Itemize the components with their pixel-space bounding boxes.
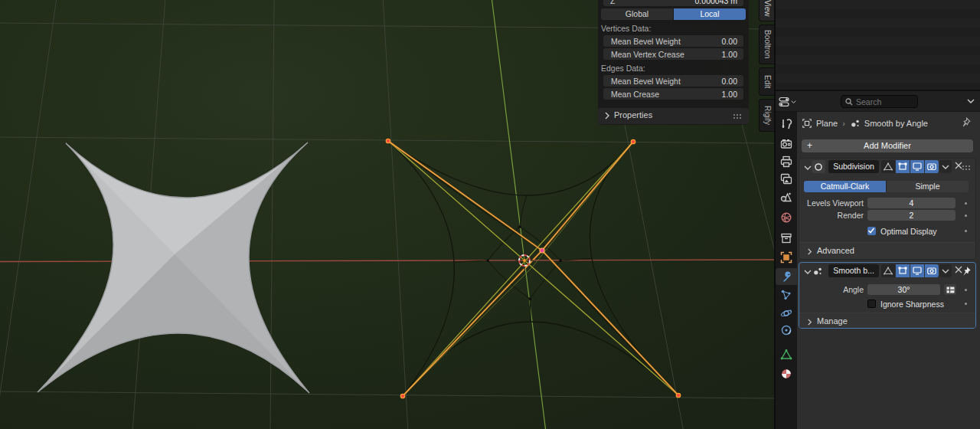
optimal-display-checkbox[interactable] xyxy=(867,227,876,235)
z-value: 0.000043 m xyxy=(695,0,737,5)
edge-mean-bevel-weight-field[interactable]: Mean Bevel Weight 0.00 xyxy=(603,75,743,87)
view-layer-icon[interactable] xyxy=(780,173,792,185)
subsurf-modifier-icon xyxy=(812,160,825,173)
outliner-editor[interactable] xyxy=(776,0,980,91)
edit-mode-icon xyxy=(898,162,907,171)
search-field[interactable] xyxy=(841,95,918,108)
z-location-field[interactable]: Z 0.000043 m xyxy=(603,0,743,6)
breadcrumb-modifier[interactable]: Smooth by Angle xyxy=(864,119,928,128)
properties-editor: Plane › Smooth by Angle + Add Modifier xyxy=(776,91,980,429)
properties-collapsed-panel[interactable]: Properties xyxy=(598,108,749,124)
modifier-extras-button[interactable] xyxy=(939,264,952,277)
vertices-data-heading: Vertices Data: xyxy=(601,24,651,33)
local-button[interactable]: Local xyxy=(674,8,746,20)
modifier-extras-button[interactable] xyxy=(939,160,952,173)
tab-edit[interactable]: Edit xyxy=(759,67,775,96)
animate-dot[interactable] xyxy=(965,303,967,305)
levels-viewport-label: Levels Viewport xyxy=(799,198,864,208)
manage-subpanel[interactable]: Manage xyxy=(799,313,975,328)
breadcrumb-object[interactable]: Plane xyxy=(816,119,838,128)
mean-crease-field[interactable]: Mean Crease 1.00 xyxy=(603,88,743,100)
pin-icon[interactable] xyxy=(962,117,972,127)
subdivision-header[interactable]: Subdivision xyxy=(799,159,975,175)
breadcrumb: Plane › Smooth by Angle xyxy=(802,116,928,130)
toggle-on-cage[interactable] xyxy=(881,264,895,277)
animate-dot[interactable] xyxy=(965,202,967,205)
tab-view[interactable]: View xyxy=(759,0,775,21)
smooth-by-angle-header[interactable]: Smooth b... xyxy=(799,263,975,280)
advanced-label: Advanced xyxy=(817,246,854,255)
levels-viewport-field[interactable]: 4 xyxy=(867,198,956,208)
object-icon xyxy=(802,118,812,129)
edit-mode-icon xyxy=(898,267,907,275)
angle-field[interactable]: 30° xyxy=(867,284,940,295)
toggle-edit-mode[interactable] xyxy=(896,160,910,173)
search-input[interactable] xyxy=(856,97,913,106)
chevron-down-icon[interactable] xyxy=(804,165,812,171)
toggle-edit-mode[interactable] xyxy=(896,264,910,277)
y-axis-line xyxy=(492,0,546,429)
viewport-display-icon xyxy=(913,162,922,171)
catmull-clark-button[interactable]: Catmull-Clark xyxy=(804,181,887,192)
orientation-toggle: Global Local xyxy=(601,8,746,20)
check-icon xyxy=(867,227,875,234)
field-value: 0.00 xyxy=(722,77,737,86)
ignore-sharpness-row: Ignore Sharpness xyxy=(799,300,975,309)
tab-rigify[interactable]: Rigify xyxy=(759,99,775,132)
toggle-render[interactable] xyxy=(925,160,939,173)
display-toggles xyxy=(881,264,939,277)
constraints-icon[interactable] xyxy=(780,324,792,336)
mean-vertex-crease-field[interactable]: Mean Vertex Crease 1.00 xyxy=(603,48,743,60)
simple-button[interactable]: Simple xyxy=(887,181,969,192)
field-value: 0.00 xyxy=(722,37,737,46)
input-attribute-toggle[interactable] xyxy=(944,284,956,295)
particles-icon[interactable] xyxy=(780,289,792,301)
physics-icon[interactable] xyxy=(780,307,792,319)
material-icon[interactable] xyxy=(780,368,792,380)
toggle-realtime[interactable] xyxy=(910,264,924,277)
drag-handle-icon[interactable] xyxy=(733,113,743,119)
collection-icon[interactable] xyxy=(780,232,792,244)
field-label: Mean Crease xyxy=(611,90,659,99)
chevron-right-icon xyxy=(806,248,813,255)
output-icon[interactable] xyxy=(780,156,792,168)
render-icon[interactable] xyxy=(780,138,792,150)
ignore-sharpness-label: Ignore Sharpness xyxy=(880,300,944,309)
toggle-render[interactable] xyxy=(925,264,939,277)
modifier-name-field[interactable]: Smooth b... xyxy=(828,264,879,277)
subdivision-type-toggle: Catmull-Clark Simple xyxy=(804,181,969,192)
object-data-icon[interactable] xyxy=(780,349,792,361)
ignore-sharpness-checkbox[interactable] xyxy=(867,300,876,308)
world-icon[interactable] xyxy=(780,211,792,224)
plus-icon: + xyxy=(807,139,812,152)
advanced-subpanel[interactable]: Advanced xyxy=(799,242,975,259)
pin-icon[interactable] xyxy=(962,266,972,277)
animate-dot[interactable] xyxy=(965,230,967,232)
tool-icon[interactable] xyxy=(780,118,792,130)
mean-bevel-weight-field[interactable]: Mean Bevel Weight 0.00 xyxy=(603,35,743,47)
add-modifier-button[interactable]: + Add Modifier xyxy=(802,139,973,152)
subdivided-star-object[interactable] xyxy=(38,142,309,393)
toggle-realtime[interactable] xyxy=(910,160,924,173)
animate-dot[interactable] xyxy=(965,289,967,291)
toggle-on-cage[interactable] xyxy=(881,160,895,173)
render-field[interactable]: 2 xyxy=(867,210,956,221)
object-icon[interactable] xyxy=(780,251,792,264)
modifier-name-field[interactable]: Subdivision xyxy=(828,160,879,173)
subdivision-modifier-panel: Subdivision xyxy=(799,158,976,260)
animate-dot[interactable] xyxy=(965,215,967,217)
global-button[interactable]: Global xyxy=(601,8,674,20)
tab-booltron[interactable]: Booltron xyxy=(759,25,775,64)
sidebar-category-tabs: View Booltron Edit Rigify xyxy=(759,0,775,132)
drag-handle-icon[interactable] xyxy=(962,165,972,170)
header-menu-chevron-icon[interactable] xyxy=(967,98,975,104)
edit-mode-plane-object[interactable] xyxy=(386,139,680,398)
modifiers-icon[interactable] xyxy=(780,270,792,283)
blender-window: Z 0.000043 m Global Local Vertices Data:… xyxy=(0,0,980,429)
chevron-down-icon xyxy=(942,268,949,274)
render-levels-row: Render 2 xyxy=(799,210,975,221)
editor-type-button[interactable] xyxy=(779,94,799,109)
scene-icon[interactable] xyxy=(780,192,792,204)
properties-tab-column xyxy=(776,112,797,429)
edges-data-heading: Edges Data: xyxy=(601,64,645,73)
